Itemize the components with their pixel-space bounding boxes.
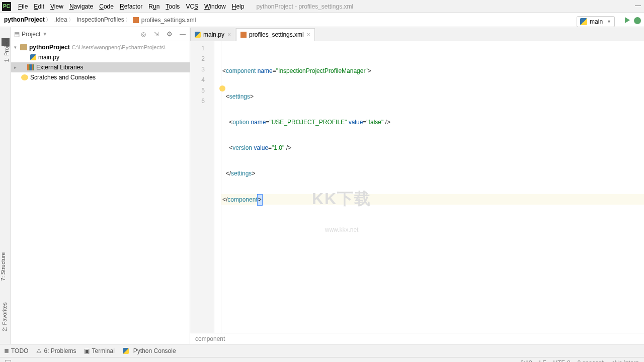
status-encoding[interactable]: UTF-8 xyxy=(553,359,571,363)
fold-strip[interactable] xyxy=(214,41,221,333)
cursor: > xyxy=(257,194,263,206)
status-bar: 6:13 LF UTF-8 2 spaces* <No interp xyxy=(0,357,644,362)
tab-label: profiles_settings.xml xyxy=(249,31,304,38)
python-console-tool[interactable]: Python Console xyxy=(123,347,176,354)
tab-label: main.py xyxy=(203,31,224,38)
python-file-icon xyxy=(30,54,36,60)
left-tool-strip: 1: Project 7: Structure 2: Favorites xyxy=(0,27,11,344)
project-panel-header: ▤ Project ▼ xyxy=(11,27,190,41)
editor-tabs: main.py × profiles_settings.xml × xyxy=(190,27,644,41)
chevron-right-icon[interactable]: ▸ xyxy=(14,65,20,70)
breadcrumb-idea[interactable]: .idea xyxy=(53,16,76,24)
chevron-down-icon[interactable]: ▾ xyxy=(14,45,20,50)
list-icon: ≣ xyxy=(4,347,9,354)
python-file-icon xyxy=(195,32,201,38)
status-line-ending[interactable]: LF xyxy=(539,359,546,363)
line-gutter: 1 2 3 4 5 6 xyxy=(190,41,214,333)
menu-vcs[interactable]: VCS xyxy=(183,2,201,11)
expand-icon[interactable] xyxy=(152,30,160,38)
menu-tools[interactable]: Tools xyxy=(163,2,183,11)
run-configuration-selector[interactable]: main ▼ xyxy=(577,16,615,27)
breadcrumb-root[interactable]: pythonProject xyxy=(3,16,53,24)
tree-scratches-label: Scratches and Consoles xyxy=(30,74,96,81)
tree-external-libraries[interactable]: ▸ External Libraries xyxy=(11,62,190,72)
breadcrumb-profiles[interactable]: inspectionProfiles xyxy=(76,16,133,24)
intention-bulb-icon[interactable] xyxy=(219,85,225,92)
run-config-name: main xyxy=(590,18,603,25)
editor-area: main.py × profiles_settings.xml × 1 2 3 … xyxy=(190,27,644,344)
terminal-tool[interactable]: ▣Terminal xyxy=(84,347,114,354)
status-position[interactable]: 6:13 xyxy=(520,359,532,363)
menu-help[interactable]: Help xyxy=(229,2,248,11)
close-icon[interactable]: × xyxy=(307,31,310,38)
chevron-down-icon[interactable]: ▼ xyxy=(42,31,47,37)
tree-libs-label: External Libraries xyxy=(36,64,83,71)
status-indent[interactable]: 2 spaces* xyxy=(578,359,604,363)
gear-icon[interactable] xyxy=(166,30,174,38)
project-tree: ▾ pythonProject C:\Users\wangpeng\Pychar… xyxy=(11,41,190,344)
debug-button[interactable] xyxy=(634,17,641,24)
editor-body[interactable]: 1 2 3 4 5 6 <component name="InspectionP… xyxy=(190,41,644,333)
python-icon xyxy=(123,348,129,354)
folder-icon xyxy=(20,44,27,50)
menu-run[interactable]: Run xyxy=(145,2,163,11)
left-label-structure[interactable]: 7: Structure xyxy=(0,252,6,281)
menu-file[interactable]: FFileile xyxy=(15,2,31,11)
left-label-project[interactable]: 1: Project xyxy=(4,39,10,62)
status-interpreter[interactable]: <No interp xyxy=(611,359,639,363)
editor-breadcrumb-item[interactable]: component xyxy=(195,335,225,342)
menu-navigate[interactable]: Navigate xyxy=(66,2,96,11)
app-icon: PC xyxy=(2,2,11,11)
editor-breadcrumb[interactable]: component xyxy=(190,333,644,344)
panel-title[interactable]: Project xyxy=(22,31,40,38)
warning-icon: ⚠ xyxy=(36,347,42,354)
watermark: KK下载 www.kkx.net xyxy=(312,172,371,249)
breadcrumb-file[interactable]: profiles_settings.xml xyxy=(140,17,197,24)
hide-icon[interactable] xyxy=(179,30,187,38)
line-num: 2 xyxy=(190,54,214,64)
tab-main-py[interactable]: main.py × xyxy=(190,28,235,41)
navigation-bar: pythonProject .idea inspectionProfiles p… xyxy=(0,13,644,27)
menu-window[interactable]: Window xyxy=(201,2,229,11)
tree-file-label: main.py xyxy=(38,54,59,61)
tab-profiles-settings[interactable]: profiles_settings.xml × xyxy=(236,28,315,41)
menu-edit[interactable]: Edit xyxy=(31,2,47,11)
line-num: 1 xyxy=(190,43,214,54)
menu-refactor[interactable]: Refactor xyxy=(117,2,145,11)
menu-code[interactable]: Code xyxy=(96,2,117,11)
libraries-icon xyxy=(27,64,34,70)
line-num: 6 xyxy=(190,96,214,107)
minimize-icon[interactable]: — xyxy=(635,2,641,9)
tree-root-label: pythonProject xyxy=(29,44,70,51)
locate-icon[interactable] xyxy=(139,30,147,38)
line-num: 3 xyxy=(190,64,214,75)
scratches-icon xyxy=(21,74,28,80)
todo-tool[interactable]: ≣TODO xyxy=(4,347,28,354)
line-num: 4 xyxy=(190,75,214,85)
chevron-down-icon: ▼ xyxy=(607,19,611,24)
menu-view[interactable]: View xyxy=(47,2,66,11)
python-icon xyxy=(580,18,587,25)
project-panel: ▤ Project ▼ ▾ pythonProject C:\Users\wan… xyxy=(11,27,190,344)
bottom-tool-bar: ≣TODO ⚠6: Problems ▣Terminal Python Cons… xyxy=(0,344,644,357)
close-icon[interactable]: × xyxy=(227,31,231,38)
tree-file-main[interactable]: main.py xyxy=(11,52,190,62)
window-title: pythonProject - profiles_settings.xml xyxy=(256,3,353,10)
tree-scratches[interactable]: Scratches and Consoles xyxy=(11,72,190,82)
terminal-icon: ▣ xyxy=(84,347,90,354)
code-area[interactable]: <component name="InspectionProjectProfil… xyxy=(221,41,644,333)
run-button[interactable] xyxy=(625,17,630,23)
xml-file-icon xyxy=(240,32,247,38)
status-left-icon[interactable] xyxy=(5,360,11,363)
problems-tool[interactable]: ⚠6: Problems xyxy=(36,347,76,354)
tree-root-path: C:\Users\wangpeng\PycharmProjects\ xyxy=(72,44,166,50)
line-num: 5 xyxy=(190,85,214,96)
menu-bar: PC FFileile Edit View Navigate Code Refa… xyxy=(0,0,644,13)
tree-root[interactable]: ▾ pythonProject C:\Users\wangpeng\Pychar… xyxy=(11,42,190,52)
left-label-favorites[interactable]: 2: Favorites xyxy=(2,302,8,331)
xml-file-icon xyxy=(133,17,139,23)
